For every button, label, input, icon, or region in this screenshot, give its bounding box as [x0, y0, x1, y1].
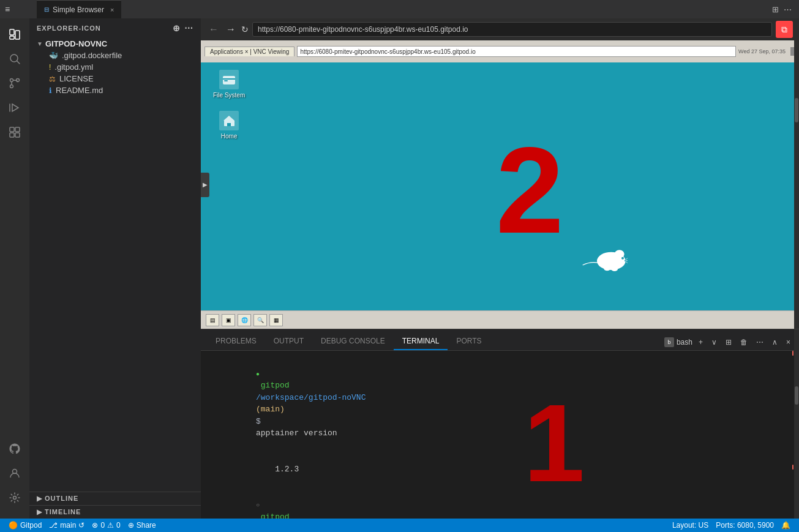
new-terminal-icon[interactable]: +	[696, 337, 705, 348]
vnc-big-number-2: 2	[496, 120, 564, 261]
vnc-inner-tab[interactable]: Applications × | VNC Viewing	[204, 47, 294, 56]
terminal-line-output: 1.2.3	[208, 451, 792, 487]
svg-rect-0	[10, 29, 14, 35]
collapse-chevron-icon: ▶	[203, 181, 208, 188]
layout-label: Layout: US	[672, 521, 708, 530]
branch-icon: ⎇	[49, 521, 58, 530]
tab-output[interactable]: OUTPUT	[265, 333, 312, 350]
desktop-icon-filesystem[interactable]: File System	[213, 70, 245, 99]
sidebar-header: explorer-icon ⊕ ⋯	[29, 18, 201, 38]
taskbar-btn-4[interactable]: 🔍	[253, 314, 267, 326]
taskbar-btn-2[interactable]: ▣	[222, 314, 235, 326]
status-ports[interactable]: Ports: 6080, 5900	[712, 521, 778, 530]
chevron-down-icon[interactable]: ∨	[709, 337, 719, 348]
status-bell[interactable]: 🔔	[778, 521, 794, 530]
browser-toolbar: ← → ↻ ⧉	[201, 18, 799, 40]
tab-problems[interactable]: PROBLEMS	[207, 333, 265, 350]
simple-browser-tab[interactable]: ⊟ Simple Browser ×	[37, 0, 121, 18]
bash-label: b bash	[664, 337, 692, 347]
tab-debug-console[interactable]: DEBUG CONSOLE	[312, 333, 394, 350]
vnc-taskbar: ▤ ▣ 🌐 🔍 ▦	[201, 310, 799, 329]
file-name-dockerfile: .gitpod.dockerfile	[62, 51, 122, 60]
folder-chevron-icon: ▼	[37, 40, 43, 47]
status-layout[interactable]: Layout: US	[669, 521, 712, 530]
nav-forward-button[interactable]: →	[224, 24, 238, 35]
file-readme[interactable]: ℹ README.md	[29, 84, 201, 96]
url-bar[interactable]	[252, 22, 772, 37]
activity-bar-bottom	[4, 438, 26, 514]
activity-bar-source-control[interactable]	[4, 72, 26, 94]
close-panel-icon[interactable]: ×	[784, 337, 793, 348]
activity-bar-run[interactable]	[4, 97, 26, 119]
taskbar-btn-3[interactable]: 🌐	[238, 314, 251, 326]
desktop-icon-home[interactable]: Home	[213, 111, 245, 140]
kill-terminal-icon[interactable]: 🗑	[738, 337, 750, 348]
hamburger-menu-icon[interactable]: ≡	[5, 4, 10, 14]
svg-rect-17	[223, 78, 235, 80]
status-errors[interactable]: ⊗ 0 ⚠ 0	[88, 521, 124, 530]
explorer-title: explorer-icon	[37, 24, 101, 32]
taskbar-btn-1[interactable]: ▤	[206, 314, 219, 326]
svg-rect-13	[15, 133, 20, 137]
activity-bar-account[interactable]	[4, 462, 26, 484]
layout-icon[interactable]: ⊞	[772, 5, 779, 14]
file-gitpod-dockerfile[interactable]: 🐳 .gitpod.dockerfile	[29, 50, 201, 61]
more-actions-icon[interactable]: ⋯	[784, 5, 792, 14]
browser-tab-icon: ⊟	[44, 6, 49, 13]
taskbar-btn-5[interactable]: ▦	[269, 314, 283, 326]
share-label: Share	[137, 521, 156, 530]
term-branch: (main)	[256, 405, 290, 414]
status-branch[interactable]: ⎇ main ↺	[45, 521, 88, 530]
file-gitpod-yml[interactable]: ! .gitpod.yml	[29, 61, 201, 73]
svg-marker-8	[12, 104, 18, 111]
status-right: Layout: US Ports: 6080, 5900 🔔	[669, 521, 794, 530]
file-license[interactable]: ⚖ LICENSE	[29, 73, 201, 84]
panel-tab-actions: b bash + ∨ ⊞ 🗑 ⋯ ∧ ×	[664, 337, 793, 350]
file-tree: ▼ GITPOD-NOVNC 🐳 .gitpod.dockerfile ! .g…	[29, 38, 201, 492]
svg-point-21	[615, 250, 625, 258]
activity-bar-github[interactable]	[4, 438, 26, 460]
activity-bar-search[interactable]	[4, 48, 26, 70]
file-name-readme: README.md	[56, 86, 103, 95]
collapse-all-icon[interactable]: ⋯	[184, 23, 193, 33]
status-share[interactable]: ⊕ Share	[124, 521, 160, 530]
new-file-icon[interactable]: ⊕	[173, 23, 181, 33]
sidebar-collapse-handle[interactable]: ▶	[201, 173, 209, 197]
docker-file-icon: 🐳	[49, 51, 58, 60]
maximize-panel-icon[interactable]: ∧	[770, 337, 780, 348]
svg-rect-18	[224, 80, 228, 81]
svg-rect-2	[10, 36, 14, 39]
activity-bar-explorer[interactable]	[4, 23, 26, 45]
svg-line-24	[626, 258, 628, 260]
sync-icon: ↺	[78, 521, 84, 530]
open-external-icon: ⧉	[781, 24, 787, 35]
split-terminal-icon[interactable]: ⊞	[723, 337, 734, 348]
activity-bar-extensions[interactable]	[4, 121, 26, 143]
vnc-url-bar[interactable]	[297, 46, 736, 57]
sidebar-timeline-section[interactable]: ▶ Timeline	[29, 505, 201, 519]
status-gitpod[interactable]: 🟠 Gitpod	[5, 521, 45, 530]
sidebar-header-icons: ⊕ ⋯	[173, 23, 193, 33]
folder-gitpod-novnc[interactable]: ▼ GITPOD-NOVNC	[29, 38, 201, 50]
bash-name: bash	[677, 338, 692, 347]
panel-tabs: PROBLEMS OUTPUT DEBUG CONSOLE TERMINAL P…	[201, 329, 799, 351]
tab-terminal[interactable]: TERMINAL	[394, 333, 448, 350]
open-external-button[interactable]: ⧉	[776, 21, 793, 38]
bell-icon: 🔔	[781, 521, 790, 530]
yaml-file-icon: !	[49, 63, 51, 72]
sidebar-outline-section[interactable]: ▶ Outline	[29, 492, 201, 505]
term-path: /workspace/gitpod-noVNC	[256, 393, 370, 402]
svg-rect-19	[227, 123, 231, 126]
tab-ports[interactable]: PORTS	[448, 333, 490, 350]
svg-rect-1	[15, 31, 20, 39]
filesystem-icon	[219, 70, 239, 89]
browser-tab-label: Simple Browser	[53, 6, 104, 14]
nav-back-button[interactable]: ←	[207, 24, 220, 35]
mouse-icon	[579, 241, 628, 280]
activity-bar-settings[interactable]	[4, 487, 26, 509]
browser-tab-close-icon[interactable]: ×	[110, 6, 114, 13]
refresh-button[interactable]: ↻	[241, 24, 249, 34]
panel-more-actions-icon[interactable]: ⋯	[754, 337, 766, 348]
term-dot-filled: ●	[256, 371, 260, 378]
file-name-license: LICENSE	[59, 74, 94, 83]
